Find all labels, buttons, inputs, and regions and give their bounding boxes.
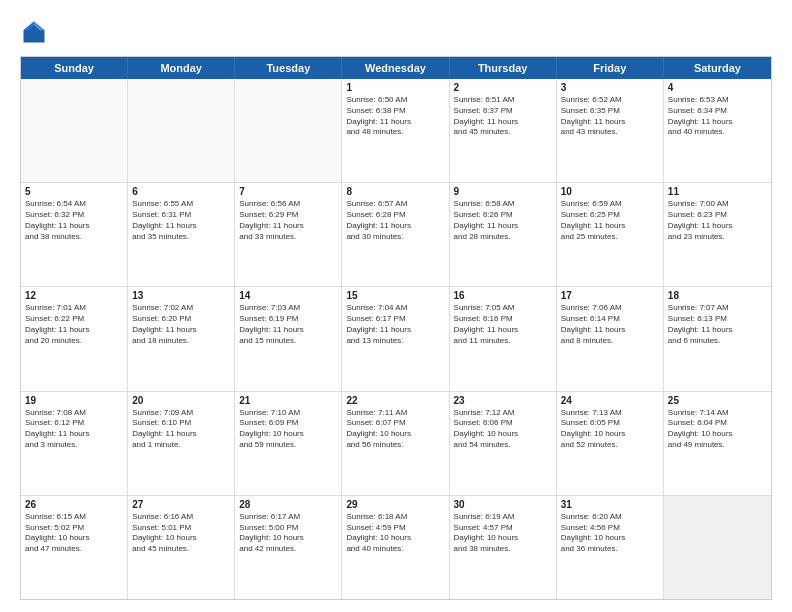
calendar-cell-4-1: 27Sunrise: 6:16 AM Sunset: 5:01 PM Dayli… — [128, 496, 235, 599]
calendar-cell-3-3: 22Sunrise: 7:11 AM Sunset: 6:07 PM Dayli… — [342, 392, 449, 495]
calendar-row-0: 1Sunrise: 6:50 AM Sunset: 6:38 PM Daylig… — [21, 79, 771, 183]
day-number: 22 — [346, 395, 444, 406]
day-number: 21 — [239, 395, 337, 406]
logo-icon — [20, 18, 48, 46]
cell-info: Sunrise: 7:00 AM Sunset: 6:23 PM Dayligh… — [668, 199, 767, 242]
calendar-row-3: 19Sunrise: 7:08 AM Sunset: 6:12 PM Dayli… — [21, 392, 771, 496]
cell-info: Sunrise: 7:03 AM Sunset: 6:19 PM Dayligh… — [239, 303, 337, 346]
day-number: 16 — [454, 290, 552, 301]
calendar-cell-2-0: 12Sunrise: 7:01 AM Sunset: 6:22 PM Dayli… — [21, 287, 128, 390]
calendar-cell-3-1: 20Sunrise: 7:09 AM Sunset: 6:10 PM Dayli… — [128, 392, 235, 495]
day-number: 26 — [25, 499, 123, 510]
day-number: 5 — [25, 186, 123, 197]
calendar-cell-2-2: 14Sunrise: 7:03 AM Sunset: 6:19 PM Dayli… — [235, 287, 342, 390]
calendar-cell-0-2 — [235, 79, 342, 182]
day-number: 1 — [346, 82, 444, 93]
calendar-cell-1-3: 8Sunrise: 6:57 AM Sunset: 6:28 PM Daylig… — [342, 183, 449, 286]
cell-info: Sunrise: 7:09 AM Sunset: 6:10 PM Dayligh… — [132, 408, 230, 451]
cell-info: Sunrise: 6:20 AM Sunset: 4:56 PM Dayligh… — [561, 512, 659, 555]
calendar-row-4: 26Sunrise: 6:15 AM Sunset: 5:02 PM Dayli… — [21, 496, 771, 599]
weekday-header-tuesday: Tuesday — [235, 57, 342, 79]
calendar-cell-1-0: 5Sunrise: 6:54 AM Sunset: 6:32 PM Daylig… — [21, 183, 128, 286]
calendar-cell-2-1: 13Sunrise: 7:02 AM Sunset: 6:20 PM Dayli… — [128, 287, 235, 390]
day-number: 20 — [132, 395, 230, 406]
calendar-cell-2-5: 17Sunrise: 7:06 AM Sunset: 6:14 PM Dayli… — [557, 287, 664, 390]
calendar-cell-3-6: 25Sunrise: 7:14 AM Sunset: 6:04 PM Dayli… — [664, 392, 771, 495]
weekday-header-thursday: Thursday — [450, 57, 557, 79]
day-number: 10 — [561, 186, 659, 197]
cell-info: Sunrise: 6:17 AM Sunset: 5:00 PM Dayligh… — [239, 512, 337, 555]
day-number: 7 — [239, 186, 337, 197]
day-number: 11 — [668, 186, 767, 197]
cell-info: Sunrise: 7:10 AM Sunset: 6:09 PM Dayligh… — [239, 408, 337, 451]
cell-info: Sunrise: 6:52 AM Sunset: 6:35 PM Dayligh… — [561, 95, 659, 138]
cell-info: Sunrise: 7:12 AM Sunset: 6:06 PM Dayligh… — [454, 408, 552, 451]
calendar-cell-3-5: 24Sunrise: 7:13 AM Sunset: 6:05 PM Dayli… — [557, 392, 664, 495]
header — [20, 18, 772, 46]
calendar-cell-4-0: 26Sunrise: 6:15 AM Sunset: 5:02 PM Dayli… — [21, 496, 128, 599]
cell-info: Sunrise: 7:11 AM Sunset: 6:07 PM Dayligh… — [346, 408, 444, 451]
calendar-cell-3-4: 23Sunrise: 7:12 AM Sunset: 6:06 PM Dayli… — [450, 392, 557, 495]
calendar-cell-0-0 — [21, 79, 128, 182]
weekday-header-friday: Friday — [557, 57, 664, 79]
cell-info: Sunrise: 7:08 AM Sunset: 6:12 PM Dayligh… — [25, 408, 123, 451]
page: SundayMondayTuesdayWednesdayThursdayFrid… — [0, 0, 792, 612]
day-number: 31 — [561, 499, 659, 510]
calendar-cell-2-6: 18Sunrise: 7:07 AM Sunset: 6:13 PM Dayli… — [664, 287, 771, 390]
calendar-cell-0-3: 1Sunrise: 6:50 AM Sunset: 6:38 PM Daylig… — [342, 79, 449, 182]
day-number: 15 — [346, 290, 444, 301]
day-number: 23 — [454, 395, 552, 406]
calendar-body: 1Sunrise: 6:50 AM Sunset: 6:38 PM Daylig… — [21, 79, 771, 599]
weekday-header-saturday: Saturday — [664, 57, 771, 79]
day-number: 8 — [346, 186, 444, 197]
calendar-cell-0-5: 3Sunrise: 6:52 AM Sunset: 6:35 PM Daylig… — [557, 79, 664, 182]
cell-info: Sunrise: 7:07 AM Sunset: 6:13 PM Dayligh… — [668, 303, 767, 346]
cell-info: Sunrise: 7:14 AM Sunset: 6:04 PM Dayligh… — [668, 408, 767, 451]
cell-info: Sunrise: 6:19 AM Sunset: 4:57 PM Dayligh… — [454, 512, 552, 555]
cell-info: Sunrise: 6:15 AM Sunset: 5:02 PM Dayligh… — [25, 512, 123, 555]
day-number: 3 — [561, 82, 659, 93]
cell-info: Sunrise: 6:50 AM Sunset: 6:38 PM Dayligh… — [346, 95, 444, 138]
day-number: 24 — [561, 395, 659, 406]
cell-info: Sunrise: 6:58 AM Sunset: 6:26 PM Dayligh… — [454, 199, 552, 242]
day-number: 9 — [454, 186, 552, 197]
weekday-header-monday: Monday — [128, 57, 235, 79]
weekday-header-sunday: Sunday — [21, 57, 128, 79]
calendar-cell-3-0: 19Sunrise: 7:08 AM Sunset: 6:12 PM Dayli… — [21, 392, 128, 495]
day-number: 27 — [132, 499, 230, 510]
day-number: 18 — [668, 290, 767, 301]
day-number: 29 — [346, 499, 444, 510]
day-number: 17 — [561, 290, 659, 301]
calendar-cell-1-1: 6Sunrise: 6:55 AM Sunset: 6:31 PM Daylig… — [128, 183, 235, 286]
cell-info: Sunrise: 6:56 AM Sunset: 6:29 PM Dayligh… — [239, 199, 337, 242]
calendar-cell-3-2: 21Sunrise: 7:10 AM Sunset: 6:09 PM Dayli… — [235, 392, 342, 495]
calendar-cell-0-4: 2Sunrise: 6:51 AM Sunset: 6:37 PM Daylig… — [450, 79, 557, 182]
cell-info: Sunrise: 7:01 AM Sunset: 6:22 PM Dayligh… — [25, 303, 123, 346]
calendar-cell-4-6 — [664, 496, 771, 599]
day-number: 2 — [454, 82, 552, 93]
cell-info: Sunrise: 6:54 AM Sunset: 6:32 PM Dayligh… — [25, 199, 123, 242]
day-number: 6 — [132, 186, 230, 197]
day-number: 4 — [668, 82, 767, 93]
calendar-cell-1-5: 10Sunrise: 6:59 AM Sunset: 6:25 PM Dayli… — [557, 183, 664, 286]
cell-info: Sunrise: 6:57 AM Sunset: 6:28 PM Dayligh… — [346, 199, 444, 242]
day-number: 13 — [132, 290, 230, 301]
day-number: 19 — [25, 395, 123, 406]
cell-info: Sunrise: 6:51 AM Sunset: 6:37 PM Dayligh… — [454, 95, 552, 138]
cell-info: Sunrise: 6:18 AM Sunset: 4:59 PM Dayligh… — [346, 512, 444, 555]
calendar-row-1: 5Sunrise: 6:54 AM Sunset: 6:32 PM Daylig… — [21, 183, 771, 287]
cell-info: Sunrise: 6:59 AM Sunset: 6:25 PM Dayligh… — [561, 199, 659, 242]
calendar-cell-2-4: 16Sunrise: 7:05 AM Sunset: 6:16 PM Dayli… — [450, 287, 557, 390]
calendar-cell-4-5: 31Sunrise: 6:20 AM Sunset: 4:56 PM Dayli… — [557, 496, 664, 599]
calendar-cell-4-4: 30Sunrise: 6:19 AM Sunset: 4:57 PM Dayli… — [450, 496, 557, 599]
calendar-cell-0-6: 4Sunrise: 6:53 AM Sunset: 6:34 PM Daylig… — [664, 79, 771, 182]
calendar-row-2: 12Sunrise: 7:01 AM Sunset: 6:22 PM Dayli… — [21, 287, 771, 391]
calendar-cell-1-4: 9Sunrise: 6:58 AM Sunset: 6:26 PM Daylig… — [450, 183, 557, 286]
calendar-cell-1-6: 11Sunrise: 7:00 AM Sunset: 6:23 PM Dayli… — [664, 183, 771, 286]
calendar-header: SundayMondayTuesdayWednesdayThursdayFrid… — [21, 57, 771, 79]
day-number: 12 — [25, 290, 123, 301]
day-number: 28 — [239, 499, 337, 510]
cell-info: Sunrise: 7:06 AM Sunset: 6:14 PM Dayligh… — [561, 303, 659, 346]
cell-info: Sunrise: 6:55 AM Sunset: 6:31 PM Dayligh… — [132, 199, 230, 242]
cell-info: Sunrise: 7:02 AM Sunset: 6:20 PM Dayligh… — [132, 303, 230, 346]
